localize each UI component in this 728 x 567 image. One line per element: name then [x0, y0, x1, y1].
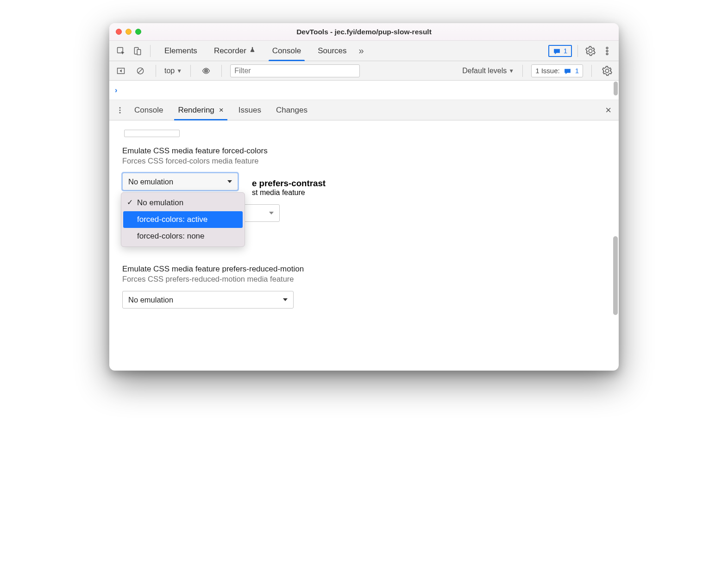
divider [190, 65, 191, 77]
chevron-down-icon [283, 298, 288, 301]
svg-rect-2 [137, 49, 141, 55]
console-body: › [109, 81, 619, 100]
tab-recorder-label: Recorder [214, 46, 246, 56]
more-tabs-button[interactable]: » [355, 45, 368, 56]
select-value: No emulation [128, 177, 173, 186]
console-prompt-icon: › [115, 86, 117, 94]
clear-console-icon[interactable] [133, 64, 147, 78]
drawer-close-icon[interactable]: × [602, 104, 614, 116]
log-levels-label: Default levels [462, 67, 507, 75]
section-desc: Forces CSS forced-colors media feature [122, 157, 606, 165]
issues-pill[interactable]: 1 Issue: 1 [531, 64, 583, 77]
message-icon [564, 68, 571, 74]
console-input-line[interactable]: › [109, 81, 619, 100]
window-title: DevTools - jec.fyi/demo/pup-slow-result [109, 28, 619, 36]
tab-recorder[interactable]: Recorder [206, 41, 264, 61]
svg-point-10 [119, 107, 121, 108]
svg-point-11 [119, 109, 121, 111]
drawer-tabs: Console Rendering × Issues Changes × [109, 100, 619, 120]
devtools-window: DevTools - jec.fyi/demo/pup-slow-result … [109, 23, 619, 371]
forced-colors-dropdown: No emulation forced-colors: active force… [121, 192, 245, 247]
console-filter-input[interactable] [230, 64, 360, 77]
drawer-tab-rendering-label: Rendering [178, 106, 214, 115]
divider [150, 45, 151, 57]
divider [221, 65, 222, 77]
tab-elements[interactable]: Elements [156, 41, 206, 61]
more-menu-icon[interactable] [600, 44, 614, 58]
chevron-down-icon [227, 180, 232, 183]
tab-console-label: Console [272, 46, 301, 56]
truncated-select-above[interactable] [124, 130, 180, 137]
issues-pill-label: 1 Issue: [535, 67, 560, 75]
rendering-panel: e prefers-contrast st media feature No e… [109, 120, 619, 371]
divider [522, 65, 523, 77]
settings-icon[interactable] [584, 44, 597, 58]
drawer-tab-issues[interactable]: Issues [232, 100, 268, 120]
console-toolbar: top ▼ Default levels ▼ 1 Issue: 1 [109, 61, 619, 81]
select-value: No emulation [128, 296, 173, 304]
option-forced-colors-active[interactable]: forced-colors: active [123, 211, 243, 228]
forced-colors-select[interactable]: No emulation [122, 173, 238, 190]
inspect-element-icon[interactable] [114, 44, 128, 58]
drawer-more-icon[interactable] [114, 104, 126, 116]
issues-badge-count: 1 [564, 47, 567, 55]
section-forced-colors: Emulate CSS media feature forced-colors … [122, 146, 606, 190]
titlebar: DevTools - jec.fyi/demo/pup-slow-result [109, 23, 619, 41]
svg-point-4 [606, 50, 608, 52]
section-reduced-motion: Emulate CSS media feature prefers-reduce… [122, 265, 606, 309]
section-desc: Forces CSS prefers-reduced-motion media … [122, 275, 606, 284]
drawer-tab-console[interactable]: Console [128, 100, 169, 120]
issues-badge[interactable]: 1 [548, 45, 572, 57]
option-forced-colors-none[interactable]: forced-colors: none [123, 228, 243, 245]
drawer-tab-changes-label: Changes [276, 106, 308, 115]
divider [591, 65, 592, 77]
scrollbar-thumb[interactable] [613, 236, 618, 315]
drawer-tab-changes[interactable]: Changes [270, 100, 314, 120]
svg-point-9 [205, 70, 207, 71]
tab-elements-label: Elements [164, 46, 197, 56]
drawer-tab-console-label: Console [134, 106, 163, 115]
console-sidebar-toggle-icon[interactable] [114, 64, 128, 78]
section-title: Emulate CSS media feature prefers-reduce… [122, 265, 606, 274]
svg-point-12 [119, 112, 121, 113]
section-title: Emulate CSS media feature forced-colors [122, 146, 606, 156]
divider [577, 45, 578, 57]
context-label: top [164, 67, 175, 75]
console-settings-icon[interactable] [600, 64, 614, 78]
drawer-tab-issues-label: Issues [238, 106, 261, 115]
svg-line-8 [138, 69, 143, 73]
reduced-motion-select[interactable]: No emulation [122, 291, 294, 309]
flask-icon [249, 45, 256, 56]
close-tab-icon[interactable]: × [219, 106, 224, 115]
divider [156, 65, 156, 77]
log-levels-selector[interactable]: Default levels ▼ [462, 67, 514, 75]
svg-point-5 [606, 53, 608, 55]
execution-context-selector[interactable]: top ▼ [164, 67, 182, 75]
chevron-down-icon [269, 212, 274, 214]
tab-sources-label: Sources [318, 46, 346, 56]
message-icon [553, 48, 561, 54]
device-toolbar-icon[interactable] [131, 44, 144, 58]
main-tabs: Elements Recorder Console Sources » [156, 41, 368, 61]
live-expression-icon[interactable] [199, 64, 213, 78]
drawer-tab-rendering[interactable]: Rendering × [171, 100, 230, 120]
svg-point-3 [606, 47, 608, 49]
option-no-emulation[interactable]: No emulation [123, 195, 243, 211]
main-toolbar: Elements Recorder Console Sources » 1 [109, 41, 619, 61]
tab-console[interactable]: Console [264, 41, 309, 61]
tab-sources[interactable]: Sources [309, 41, 355, 61]
scrollbar-thumb[interactable] [614, 82, 618, 95]
issues-pill-count: 1 [575, 67, 579, 75]
